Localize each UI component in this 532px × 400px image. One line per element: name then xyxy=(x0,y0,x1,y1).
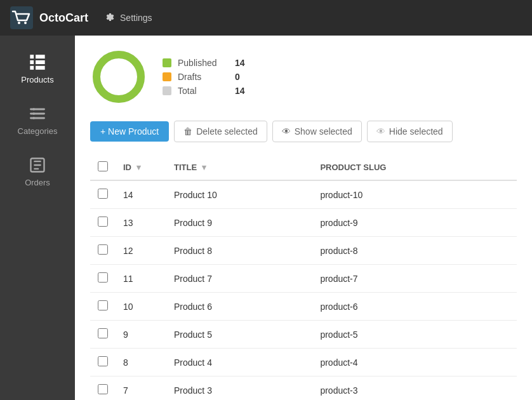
sidebar-item-categories[interactable]: Categories xyxy=(0,97,75,143)
eye-off-icon: 👁 xyxy=(376,126,385,137)
drafts-value: 0 xyxy=(235,72,240,82)
published-dot xyxy=(163,58,171,67)
show-selected-button[interactable]: 👁 Show selected xyxy=(272,121,362,142)
row-title: Product 10 xyxy=(166,180,312,209)
published-value: 14 xyxy=(235,58,245,68)
stat-total: Total 14 xyxy=(163,86,245,96)
row-slug: product-5 xyxy=(312,321,517,349)
settings-label: Settings xyxy=(120,13,152,23)
row-checkbox-cell[interactable] xyxy=(90,377,116,401)
categories-icon xyxy=(29,105,46,123)
select-all-header[interactable] xyxy=(90,155,116,180)
col-header-title[interactable]: TITLE ▾ xyxy=(166,155,312,180)
row-checkbox-cell[interactable] xyxy=(90,349,116,377)
row-checkbox[interactable] xyxy=(98,217,108,227)
row-checkbox-cell[interactable] xyxy=(90,293,116,321)
row-slug: product-8 xyxy=(312,237,517,265)
table-row: 7 Product 3 product-3 xyxy=(90,377,517,401)
sidebar-item-orders-label: Orders xyxy=(25,178,50,187)
svg-point-3 xyxy=(32,108,35,110)
trash-icon: 🗑 xyxy=(183,126,192,137)
sidebar-item-categories-label: Categories xyxy=(18,126,58,136)
sidebar: Products Categories Orders xyxy=(0,36,75,400)
row-slug: product-3 xyxy=(312,377,517,401)
row-slug: product-4 xyxy=(312,349,517,377)
table-row: 14 Product 10 product-10 xyxy=(90,180,517,209)
row-title: Product 7 xyxy=(166,265,312,293)
svg-rect-0 xyxy=(10,6,33,29)
main-content: Published 14 Drafts 0 Total 14 + New Pro… xyxy=(75,36,532,400)
row-title: Product 6 xyxy=(166,293,312,321)
row-checkbox-cell[interactable] xyxy=(90,180,116,209)
row-id: 11 xyxy=(116,265,166,293)
eye-icon: 👁 xyxy=(282,126,291,137)
id-col-label: ID xyxy=(123,163,131,172)
sidebar-item-products[interactable]: Products xyxy=(0,46,75,92)
gear-icon xyxy=(103,11,115,25)
total-label: Total xyxy=(178,86,229,96)
stats-list: Published 14 Drafts 0 Total 14 xyxy=(163,58,245,96)
col-header-id[interactable]: ID ▾ xyxy=(116,155,166,180)
row-checkbox[interactable] xyxy=(98,272,108,283)
col-header-slug: PRODUCT SLUG xyxy=(312,155,517,180)
new-product-button[interactable]: + New Product xyxy=(90,121,169,142)
settings-nav[interactable]: Settings xyxy=(103,11,152,25)
row-checkbox[interactable] xyxy=(98,328,108,338)
row-title: Product 4 xyxy=(166,349,312,377)
svg-point-5 xyxy=(32,117,35,119)
drafts-label: Drafts xyxy=(178,72,229,82)
table-row: 10 Product 6 product-6 xyxy=(90,293,517,321)
row-slug: product-6 xyxy=(312,293,517,321)
delete-selected-label: Delete selected xyxy=(196,126,258,137)
hide-selected-label: Hide selected xyxy=(389,126,443,137)
stats-section: Published 14 Drafts 0 Total 14 xyxy=(90,48,517,105)
row-slug: product-9 xyxy=(312,209,517,237)
toolbar: + New Product 🗑 Delete selected 👁 Show s… xyxy=(90,121,517,142)
row-slug: product-10 xyxy=(312,180,517,209)
hide-selected-button[interactable]: 👁 Hide selected xyxy=(367,121,453,142)
stat-drafts: Drafts 0 xyxy=(163,72,245,82)
row-checkbox[interactable] xyxy=(98,300,108,310)
orders-icon xyxy=(29,156,46,174)
select-all-checkbox[interactable] xyxy=(98,161,108,171)
row-title: Product 5 xyxy=(166,321,312,349)
id-sort-icon: ▾ xyxy=(136,163,141,172)
row-id: 12 xyxy=(116,237,166,265)
brand-name: OctoCart xyxy=(39,11,88,25)
sidebar-item-products-label: Products xyxy=(21,75,53,84)
table-row: 13 Product 9 product-9 xyxy=(90,209,517,237)
table-row: 9 Product 5 product-5 xyxy=(90,321,517,349)
row-title: Product 9 xyxy=(166,209,312,237)
row-id: 14 xyxy=(116,180,166,209)
row-checkbox[interactable] xyxy=(98,356,108,366)
title-col-label: TITLE xyxy=(174,163,197,172)
svg-point-1 xyxy=(18,22,20,24)
published-label: Published xyxy=(178,58,229,68)
cart-icon xyxy=(10,6,33,29)
sidebar-item-orders[interactable]: Orders xyxy=(0,149,75,195)
show-selected-label: Show selected xyxy=(295,126,352,137)
total-value: 14 xyxy=(235,86,245,96)
products-table: ID ▾ TITLE ▾ PRODUCT SLUG 14 Pro xyxy=(90,155,517,400)
row-checkbox-cell[interactable] xyxy=(90,321,116,349)
stat-published: Published 14 xyxy=(163,58,245,68)
brand-logo[interactable]: OctoCart xyxy=(10,6,88,29)
delete-selected-button[interactable]: 🗑 Delete selected xyxy=(174,121,267,142)
slug-col-label: PRODUCT SLUG xyxy=(320,163,386,172)
donut-chart xyxy=(90,48,147,105)
row-id: 8 xyxy=(116,349,166,377)
row-title: Product 8 xyxy=(166,237,312,265)
row-checkbox[interactable] xyxy=(98,189,108,199)
title-sort-icon: ▾ xyxy=(202,163,206,172)
row-checkbox-cell[interactable] xyxy=(90,237,116,265)
row-checkbox[interactable] xyxy=(98,384,108,394)
row-checkbox-cell[interactable] xyxy=(90,265,116,293)
svg-point-4 xyxy=(32,112,35,115)
row-checkbox[interactable] xyxy=(98,244,108,255)
row-id: 9 xyxy=(116,321,166,349)
row-id: 13 xyxy=(116,209,166,237)
topnav: OctoCart Settings xyxy=(0,0,532,36)
svg-point-9 xyxy=(103,61,135,93)
row-checkbox-cell[interactable] xyxy=(90,209,116,237)
row-title: Product 3 xyxy=(166,377,312,401)
